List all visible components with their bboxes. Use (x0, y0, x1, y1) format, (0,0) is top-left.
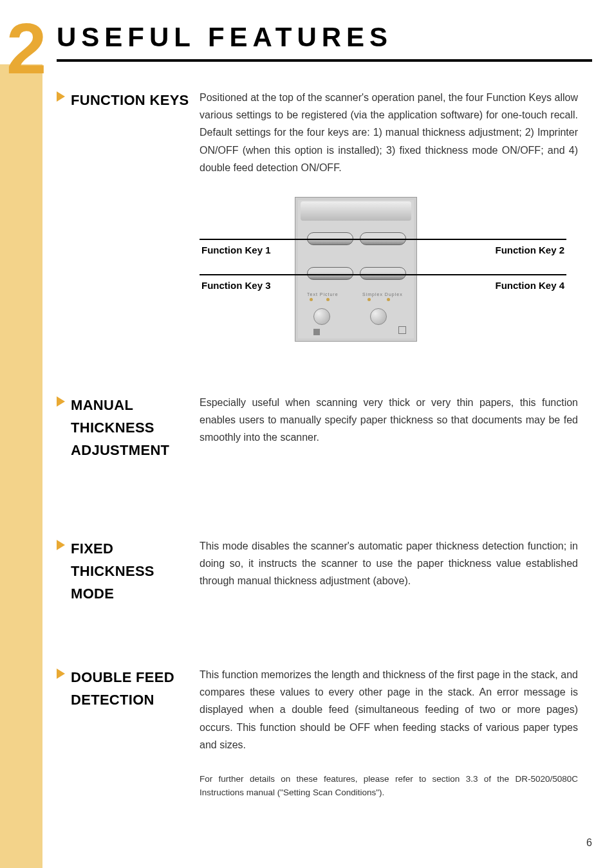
body-text-manual-thickness: Especially useful when scanning very thi… (200, 394, 578, 447)
function-key-4-button (360, 267, 406, 280)
footnote-text: For further details on these features, p… (200, 773, 578, 800)
section-heading-function-keys: FUNCTION KEYS (57, 89, 200, 111)
left-color-band (0, 64, 42, 868)
round-button-right (370, 308, 387, 325)
leader-line-bottom (200, 274, 566, 275)
panel-label-left: Text Picture (307, 291, 339, 299)
scanner-panel-image: Text Picture Simplex Duplex (295, 197, 417, 342)
leader-line-top (200, 239, 566, 240)
triangle-icon (57, 396, 65, 407)
chapter-title: USEFUL FEATURES (57, 22, 592, 62)
body-text-double-feed: This function memorizes the length and t… (200, 666, 578, 753)
page-number: 6 (586, 837, 592, 849)
fk-label-3: Function Key 3 (200, 277, 273, 294)
section-heading-manual-thickness: MANUAL THICKNESS ADJUSTMENT (57, 394, 200, 462)
heading-text: MANUAL THICKNESS ADJUSTMENT (71, 394, 200, 462)
section-heading-fixed-thickness: FIXED THICKNESS MODE (57, 537, 200, 605)
triangle-icon (57, 669, 65, 679)
body-text-function-keys: Positioned at the top of the scanner's o… (200, 89, 578, 176)
function-key-3-button (307, 267, 353, 280)
round-button-left (313, 308, 330, 325)
heading-text: FIXED THICKNESS MODE (71, 537, 200, 605)
fk-label-4: Function Key 4 (493, 277, 566, 294)
triangle-icon (57, 91, 65, 102)
section-heading-double-feed: DOUBLE FEED DETECTION (57, 666, 200, 711)
body-text-fixed-thickness: This mode disables the scanner's automat… (200, 537, 578, 590)
fk-label-2: Function Key 2 (493, 242, 566, 259)
triangle-icon (57, 540, 65, 550)
fk-label-1: Function Key 1 (200, 242, 273, 259)
heading-text: FUNCTION KEYS (71, 89, 200, 111)
heading-text: DOUBLE FEED DETECTION (71, 666, 200, 711)
chapter-number: 2 (6, 13, 46, 85)
function-key-diagram: Text Picture Simplex Duplex Function Key… (200, 197, 566, 351)
